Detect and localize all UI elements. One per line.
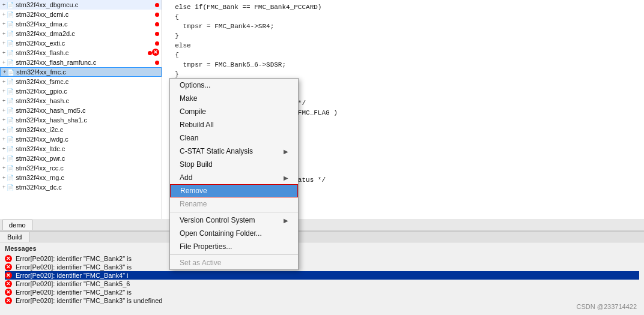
error-badge: ✕ [152,49,159,57]
file-tree-item[interactable]: +📄stm32f4xx_hash_sha1.c [0,115,162,125]
error-text: Error[Pe020]: identifier "FMC_Bank2" is [16,289,132,296]
file-icon: 📄 [7,88,14,95]
error-text: Error[Pe020]: identifier "FMC_Bank5_6 [16,280,130,287]
menu-item-label: Clean [180,134,198,142]
bottom-tabs: Build [0,232,644,242]
file-icon: 📄 [7,155,14,162]
expand-icon: + [2,98,5,104]
menu-item-label: Stop Build [180,160,213,169]
error-circle-icon: ✕ [5,280,12,287]
error-dot [155,22,159,26]
menu-item-label: Set as Active [180,259,221,267]
file-tree-item[interactable]: +📄stm32f4xx_hash_md5.c [0,106,162,115]
file-name-label: stm32f4xx_pwr.c [16,155,159,162]
file-name-label: stm32f4xx_hash.c [16,97,159,104]
file-name-label: stm32f4xx_fmc.c [16,68,159,76]
file-tree-item[interactable]: +📄stm32f4xx_fsmc.c [0,77,162,86]
error-text: Error[Pe020]: identifier "FMC_Bank3" is [16,263,132,271]
file-tree-item[interactable]: +📄stm32f4xx_fmc.c [0,67,162,77]
file-tree-item[interactable]: +📄stm32f4xx_flash_ramfunc.c [0,58,162,67]
file-tree-item[interactable]: +📄stm32f4xx_iwdg.c [0,134,162,144]
menu-item-label: C-STAT Static Analysis [180,147,253,155]
expand-icon: + [2,40,5,46]
menu-item-rebuild-all[interactable]: Rebuild All [170,118,298,131]
menu-item-remove[interactable]: Remove [170,184,298,197]
error-text: Error[Pe020]: identifier "FMC_Bank3" is … [16,297,162,304]
file-tree: +📄stm32f4xx_dbgmcu.c+📄stm32f4xx_dcmi.c+📄… [0,0,162,219]
file-icon: 📄 [7,107,14,114]
file-tree-item[interactable]: +📄stm32f4xx_hash.c [0,96,162,106]
build-error-item: ✕Error[Pe020]: identifier "FMC_Bank4" i [5,271,639,280]
file-name-label: stm32f4xx_iwdg.c [16,136,159,143]
expand-icon: + [2,88,5,94]
file-tree-item[interactable]: +📄stm32f4xx_dma2d.c [0,29,162,38]
menu-item-open-containing-folder[interactable]: Open Containing Folder... [170,227,298,240]
menu-item-label: File Properties... [180,242,232,251]
expand-icon: + [2,79,5,85]
build-error-item: ✕Error[Pe020]: identifier "FMC_Bank3" is [5,263,639,271]
expand-icon: + [2,184,5,190]
demo-tab[interactable]: demo [2,220,32,230]
file-name-label: stm32f4xx_dc.c [16,184,159,191]
file-icon: 📄 [7,136,14,143]
file-tree-item[interactable]: +📄stm32f4xx_dma.c [0,19,162,29]
file-tree-item[interactable]: +📄stm32f4xx_flash.c✕ [0,48,162,58]
error-dot [155,3,159,7]
menu-separator [170,212,298,212]
file-name-label: stm32f4xx_hash_sha1.c [16,116,159,124]
file-tree-item[interactable]: +📄stm32f4xx_dcmi.c [0,10,162,19]
menu-item-version-control-system[interactable]: Version Control System▶ [170,214,298,227]
expand-icon: + [2,11,5,17]
build-error-item: ✕Error[Pe020]: identifier "FMC_Bank3" is… [5,296,639,305]
file-name-label: stm32f4xx_gpio.c [16,88,159,95]
expand-icon: + [2,117,5,123]
menu-item-label: Compile [180,107,206,116]
file-icon: 📄 [7,165,14,172]
menu-item-options[interactable]: Options... [170,79,298,92]
file-icon: 📄 [7,11,14,18]
menu-item-label: Rebuild All [180,121,214,129]
menu-item-clean[interactable]: Clean [170,131,298,145]
menu-item-file-properties[interactable]: File Properties... [170,240,298,253]
code-line: tmpsr = FMC_Bank4->SR4; [167,22,639,31]
menu-item-label: Rename [180,200,207,208]
code-line: { [167,12,639,22]
submenu-arrow-icon: ▶ [284,148,288,155]
menu-item-c-stat-static-analysis[interactable]: C-STAT Static Analysis▶ [170,145,298,158]
file-tree-item[interactable]: +📄stm32f4xx_rcc.c [0,163,162,173]
file-tree-item[interactable]: +📄stm32f4xx_pwr.c [0,154,162,163]
file-icon: 📄 [7,69,14,76]
file-tree-item[interactable]: +📄stm32f4xx_dc.c [0,182,162,192]
file-tree-item[interactable]: +📄stm32f4xx_exti.c [0,38,162,48]
file-icon: 📄 [7,31,14,37]
file-tree-item[interactable]: +📄stm32f4xx_i2c.c [0,125,162,134]
file-name-label: stm32f4xx_flash.c [16,49,148,56]
menu-item-add[interactable]: Add▶ [170,171,298,184]
menu-item-compile[interactable]: Compile [170,105,298,118]
menu-item-make[interactable]: Make [170,92,298,105]
menu-item-label: Make [180,94,197,103]
file-name-label: stm32f4xx_rcc.c [16,164,159,172]
file-name-label: stm32f4xx_flash_ramfunc.c [16,59,155,66]
file-name-label: stm32f4xx_dcmi.c [16,11,155,18]
error-circle-icon: ✕ [5,289,12,296]
build-content: Messages ✕Error[Pe020]: identifier "FMC_… [0,242,644,315]
error-dot [155,32,159,36]
build-tab[interactable]: Build [0,232,29,242]
expand-icon: + [2,165,5,171]
error-dot [155,61,159,65]
expand-icon: + [2,31,5,37]
file-name-label: stm32f4xx_rng.c [16,174,159,181]
error-text: Error[Pe020]: identifier "FMC_Bank2" is [16,255,132,262]
expand-icon: + [2,175,5,181]
code-line: else if(FMC_Bank == FMC_Bank4_PCCARD) [167,2,639,12]
file-tree-item[interactable]: +📄stm32f4xx_ltdc.c [0,144,162,154]
menu-item-stop-build[interactable]: Stop Build [170,158,298,171]
file-tree-item[interactable]: +📄stm32f4xx_dbgmcu.c [0,0,162,10]
file-tree-item[interactable]: +📄stm32f4xx_gpio.c [0,86,162,96]
file-name-label: stm32f4xx_dbgmcu.c [16,1,155,8]
file-tree-item[interactable]: +📄stm32f4xx_rng.c [0,173,162,182]
svg-text:✕: ✕ [153,49,158,55]
main-area: +📄stm32f4xx_dbgmcu.c+📄stm32f4xx_dcmi.c+📄… [0,0,644,219]
file-icon: 📄 [7,117,14,124]
